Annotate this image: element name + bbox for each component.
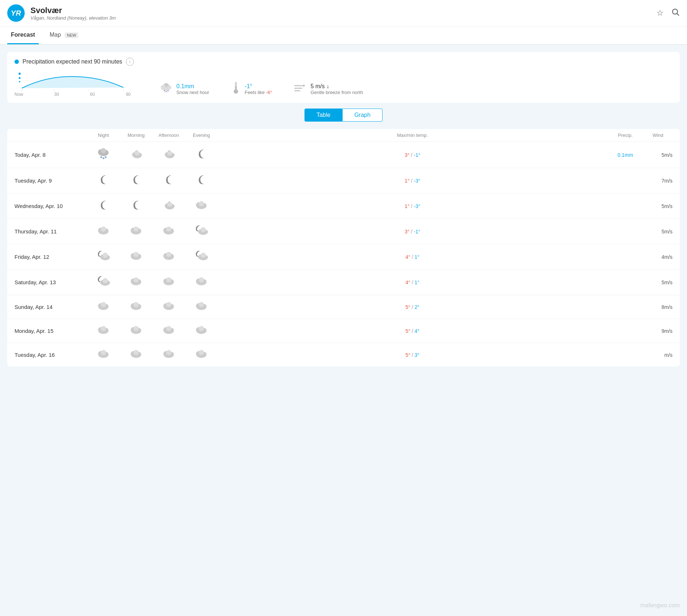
night-icon (87, 324, 120, 338)
svg-rect-12 (163, 87, 169, 90)
evening-icon (185, 173, 218, 188)
svg-line-1 (677, 14, 679, 16)
night-icon (87, 225, 120, 238)
min-temp: -1° (414, 229, 420, 234)
snow-text: 0.1mm Snow next hour (176, 83, 209, 95)
svg-point-28 (105, 156, 107, 158)
precip-title: Precipitation expected next 90 minutes (23, 58, 122, 65)
day-label: Tuesday, Apr. 16 (15, 352, 87, 358)
svg-point-128 (101, 350, 106, 355)
min-temp: 1° (414, 254, 419, 260)
view-toggle: Table Graph (7, 109, 680, 122)
svg-point-60 (201, 227, 206, 232)
min-temp: 3° (414, 352, 419, 358)
morning-icon (120, 173, 152, 188)
wind-icon (294, 83, 307, 95)
morning-icon (120, 348, 152, 362)
svg-point-72 (166, 252, 171, 257)
graph-toggle-btn[interactable]: Graph (342, 109, 382, 122)
svg-point-80 (103, 278, 108, 283)
morning-icon (120, 276, 152, 289)
svg-point-27 (103, 158, 105, 159)
svg-point-88 (166, 277, 171, 282)
tab-map[interactable]: Map NEW (46, 26, 82, 44)
wind-col: 7m/s (643, 178, 672, 184)
precip-col: 0.1mm (607, 152, 643, 158)
table-row: Thursday, Apr. 11 (7, 219, 680, 244)
day-label: Saturday, Apr. 13 (15, 279, 87, 285)
new-badge: NEW (65, 32, 78, 38)
svg-point-2 (19, 73, 21, 75)
header-actions: ☆ (657, 8, 680, 19)
precip-chart (15, 70, 131, 92)
afternoon-icon (152, 147, 185, 162)
tab-forecast[interactable]: Forecast (7, 26, 39, 44)
wind-col: 5m/s (643, 280, 672, 285)
temp-col: 5° / 2° (218, 304, 607, 310)
min-temp: 4° (414, 328, 419, 334)
table-row: Today, Apr. 8 (7, 142, 680, 168)
snow-info: 0.1mm Snow next hour (160, 81, 209, 97)
svg-point-15 (167, 90, 169, 91)
night-icon (87, 249, 120, 264)
svg-point-44 (199, 201, 204, 206)
col-header-wind: Wind (643, 132, 672, 138)
svg-point-25 (101, 148, 106, 153)
min-temp: 2° (414, 304, 419, 310)
page-header: YR Svolvær Vågan, Nordland (Norway), ele… (0, 0, 687, 26)
day-label: Today, Apr. 8 (15, 152, 87, 158)
wind-col: 8m/s (643, 304, 672, 310)
svg-point-100 (134, 302, 139, 307)
evening-icon (185, 249, 218, 264)
afternoon-icon (152, 276, 185, 289)
table-toggle-btn[interactable]: Table (304, 109, 342, 122)
svg-point-52 (134, 227, 139, 232)
svg-point-104 (166, 302, 171, 307)
col-header-temp: Max/min temp. (218, 132, 607, 138)
temp-col: 5° / 3° (218, 352, 607, 358)
min-temp: -3° (414, 203, 420, 209)
precip-header: Precipitation expected next 90 minutes i (15, 58, 672, 66)
temp-col: 1° / -3° (218, 178, 607, 184)
svg-point-76 (201, 253, 206, 258)
yr-logo: YR (7, 4, 25, 22)
evening-icon (185, 324, 218, 338)
info-icon[interactable]: i (126, 58, 134, 66)
search-icon[interactable] (671, 8, 680, 19)
location-info: Svolvær Vågan, Nordland (Norway), elevat… (30, 6, 657, 21)
morning-icon (120, 300, 152, 314)
night-icon (87, 348, 120, 362)
evening-icon (185, 147, 218, 162)
svg-rect-18 (235, 86, 237, 91)
logo-text: YR (11, 9, 21, 17)
wind-col: 5m/s (643, 229, 672, 234)
precip-section: Precipitation expected next 90 minutes i (7, 52, 680, 103)
svg-point-116 (134, 326, 139, 331)
day-label: Monday, Apr. 15 (15, 328, 87, 334)
forecast-table: Night Morning Afternoon Evening Max/min … (7, 129, 680, 367)
current-conditions: 0.1mm Snow next hour -1° (160, 81, 363, 97)
svg-point-96 (101, 302, 106, 307)
day-label: Friday, Apr. 12 (15, 254, 87, 260)
svg-point-140 (199, 350, 204, 355)
favorite-icon[interactable]: ☆ (657, 8, 664, 18)
evening-icon (185, 348, 218, 362)
svg-point-4 (19, 81, 20, 82)
snow-label: Snow next hour (176, 90, 209, 95)
temp-col: 5° / 4° (218, 328, 607, 334)
wind-col: 9m/s (643, 328, 672, 334)
morning-icon (120, 199, 152, 213)
wind-col: 4m/s (643, 254, 672, 260)
afternoon-icon (152, 199, 185, 213)
day-label: Tuesday, Apr. 9 (15, 178, 87, 184)
max-temp: 3° (405, 152, 409, 158)
col-header-night: Night (87, 132, 120, 138)
morning-icon (120, 324, 152, 338)
wind-info: 5 m/s ↓ Gentle breeze from north (294, 83, 363, 95)
afternoon-icon (152, 173, 185, 188)
svg-point-48 (101, 227, 106, 232)
chart-label-30: 30 (54, 92, 59, 97)
wind-col: 5m/s (643, 152, 672, 158)
afternoon-icon (152, 348, 185, 362)
svg-point-92 (199, 277, 204, 282)
